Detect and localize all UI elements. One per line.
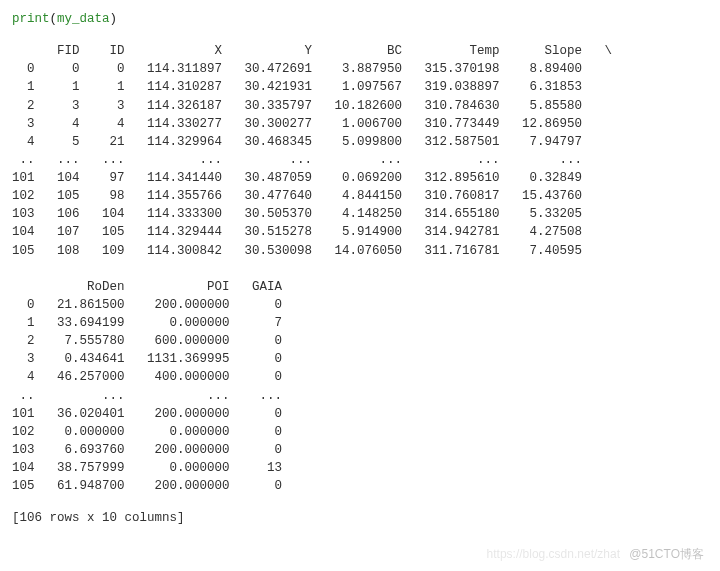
paren-close: ) <box>110 12 118 26</box>
summary-line: [106 rows x 10 columns] <box>12 509 708 527</box>
print-arg: my_data <box>57 12 110 26</box>
dataframe-output: FID ID X Y BC Temp Slope \ 0 0 0 114.311… <box>12 42 708 495</box>
print-call: print <box>12 12 50 26</box>
paren-open: ( <box>50 12 58 26</box>
code-input-line: print(my_data) <box>12 10 708 28</box>
